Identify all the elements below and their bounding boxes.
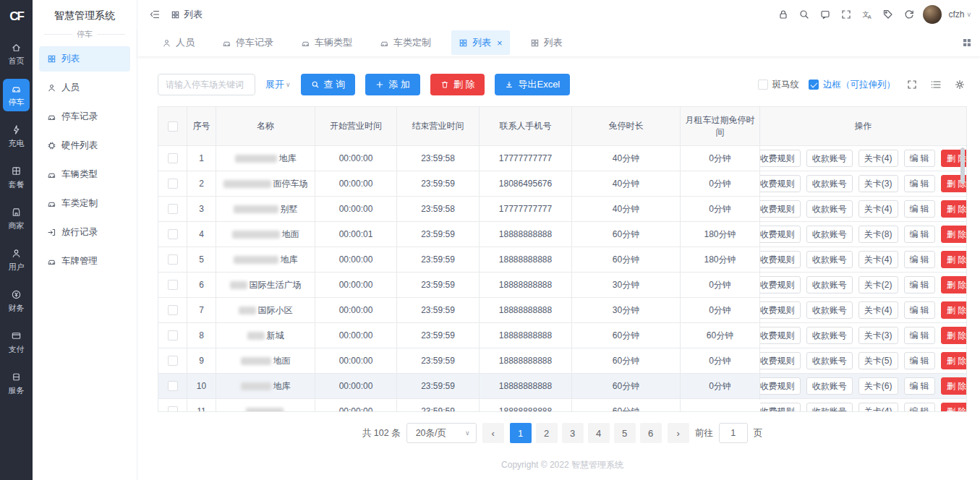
expand-filters-link[interactable]: 展开 ∨: [265, 78, 291, 91]
sidebar-item-plate-management[interactable]: 车牌管理: [39, 249, 130, 274]
gates-button[interactable]: 关卡(3): [858, 175, 898, 192]
row-checkbox[interactable]: [168, 204, 178, 214]
row-delete-button[interactable]: 删 除: [941, 276, 966, 293]
payee-account-button[interactable]: 收款账号: [806, 327, 853, 344]
gates-button[interactable]: 关卡(4): [858, 200, 898, 218]
zebra-stripe-toggle[interactable]: 斑马纹: [758, 79, 800, 91]
edit-button[interactable]: 编 辑: [904, 377, 935, 395]
row-delete-button[interactable]: 删 除: [941, 226, 966, 243]
fee-rules-button[interactable]: 收费规则: [760, 403, 801, 412]
table-config-button[interactable]: [953, 77, 967, 93]
export-excel-button[interactable]: 导出Excel: [495, 74, 570, 95]
page-number-button[interactable]: 3: [562, 423, 584, 443]
tab-vehicle-types[interactable]: 车辆类型: [294, 30, 359, 55]
tab-list-active[interactable]: 列表 ×: [451, 30, 510, 55]
payee-account-button[interactable]: 收款账号: [806, 251, 853, 268]
edit-button[interactable]: 编 辑: [904, 226, 935, 243]
rail-item-user[interactable]: 用户: [3, 244, 30, 276]
fee-rules-button[interactable]: 收费规则: [760, 377, 801, 395]
row-delete-button[interactable]: 删 除: [941, 301, 966, 319]
fee-rules-button[interactable]: 收费规则: [760, 276, 801, 293]
zebra-checkbox[interactable]: [758, 80, 768, 90]
payee-account-button[interactable]: 收款账号: [806, 403, 853, 412]
row-checkbox[interactable]: [168, 179, 178, 189]
gates-button[interactable]: 关卡(3): [858, 327, 898, 344]
payee-account-button[interactable]: 收款账号: [806, 276, 853, 293]
gates-button[interactable]: 关卡(4): [858, 150, 898, 167]
fee-rules-button[interactable]: 收费规则: [760, 175, 801, 192]
edit-button[interactable]: 编 辑: [904, 200, 935, 218]
rail-item-parking[interactable]: 停车: [3, 79, 30, 111]
page-number-button[interactable]: 1: [510, 423, 532, 443]
row-checkbox[interactable]: [168, 406, 178, 412]
payee-account-button[interactable]: 收款账号: [806, 377, 853, 395]
fullscreen-button[interactable]: [839, 7, 853, 22]
payee-account-button[interactable]: 收款账号: [806, 200, 853, 218]
language-button[interactable]: 文A: [860, 7, 874, 22]
close-icon[interactable]: ×: [497, 38, 503, 48]
user-avatar[interactable]: [923, 5, 942, 24]
tab-parking-records[interactable]: 停车记录: [215, 30, 281, 55]
row-checkbox[interactable]: [168, 305, 178, 315]
row-checkbox[interactable]: [168, 254, 178, 265]
fee-rules-button[interactable]: 收费规则: [760, 200, 801, 218]
row-delete-button[interactable]: 删 除: [941, 200, 966, 218]
payee-account-button[interactable]: 收款账号: [806, 352, 853, 369]
search-input[interactable]: [158, 74, 255, 95]
fee-rules-button[interactable]: 收费规则: [760, 327, 801, 344]
row-delete-button[interactable]: 删 除: [941, 327, 966, 344]
select-all-checkbox[interactable]: [168, 121, 178, 132]
payee-account-button[interactable]: 收款账号: [806, 175, 853, 192]
gates-button[interactable]: 关卡(2): [858, 276, 898, 293]
gates-button[interactable]: 关卡(4): [858, 403, 898, 412]
border-checkbox[interactable]: [809, 80, 819, 90]
rail-item-package[interactable]: 套餐: [3, 161, 30, 194]
tab-list[interactable]: 列表: [523, 30, 570, 55]
row-delete-button[interactable]: 删 除: [941, 403, 966, 412]
edit-button[interactable]: 编 辑: [904, 352, 935, 369]
row-checkbox[interactable]: [168, 381, 178, 391]
gates-button[interactable]: 关卡(8): [858, 226, 898, 243]
page-number-button[interactable]: 6: [640, 423, 662, 443]
sidebar-item-list[interactable]: 列表: [39, 46, 130, 72]
rail-item-payment[interactable]: 支付: [3, 326, 30, 359]
sidebar-item-vehicle-custom[interactable]: 车类定制: [39, 191, 130, 216]
border-toggle[interactable]: 边框（可拉伸列）: [809, 79, 895, 91]
gates-button[interactable]: 关卡(4): [858, 251, 898, 268]
search-button[interactable]: [797, 7, 811, 22]
rail-item-home[interactable]: 首页: [3, 38, 30, 70]
user-menu[interactable]: cfzh ∨: [948, 9, 971, 20]
page-number-button[interactable]: 2: [536, 423, 558, 443]
tab-vehicle-custom[interactable]: 车类定制: [372, 30, 438, 55]
delete-button[interactable]: 删 除: [430, 74, 485, 95]
goto-page-input[interactable]: [719, 423, 748, 443]
gates-button[interactable]: 关卡(4): [858, 301, 898, 319]
column-settings-button[interactable]: [929, 77, 943, 93]
fee-rules-button[interactable]: 收费规则: [760, 301, 801, 319]
row-checkbox[interactable]: [168, 330, 178, 340]
rail-item-finance[interactable]: 财务: [3, 285, 30, 317]
table-fullscreen-button[interactable]: [905, 77, 919, 93]
page-number-button[interactable]: 5: [614, 423, 636, 443]
edit-button[interactable]: 编 辑: [904, 175, 935, 192]
collapse-sidebar-button[interactable]: [148, 7, 162, 22]
sidebar-item-hardware-list[interactable]: 硬件列表: [39, 133, 130, 158]
refresh-button[interactable]: [902, 7, 916, 22]
edit-button[interactable]: 编 辑: [904, 276, 935, 293]
prev-page-button[interactable]: ‹: [482, 423, 504, 443]
rail-item-service[interactable]: 服务: [3, 367, 30, 400]
page-number-button[interactable]: 4: [588, 423, 610, 443]
sidebar-item-release-records[interactable]: 放行记录: [39, 220, 130, 245]
query-button[interactable]: 查 询: [301, 74, 356, 95]
payee-account-button[interactable]: 收款账号: [806, 226, 853, 243]
page-size-select[interactable]: 20条/页 ∨: [406, 423, 477, 443]
tabs-menu-button[interactable]: [960, 35, 974, 51]
rail-item-merchant[interactable]: 商家: [3, 202, 30, 235]
vertical-scrollbar-thumb[interactable]: [960, 147, 965, 184]
row-delete-button[interactable]: 删 除: [941, 377, 966, 395]
row-delete-button[interactable]: 删 除: [941, 352, 966, 369]
row-delete-button[interactable]: 删 除: [941, 251, 966, 268]
gates-button[interactable]: 关卡(6): [858, 377, 898, 395]
tab-personnel[interactable]: 人员: [155, 30, 202, 55]
theme-tag-button[interactable]: [881, 7, 895, 22]
